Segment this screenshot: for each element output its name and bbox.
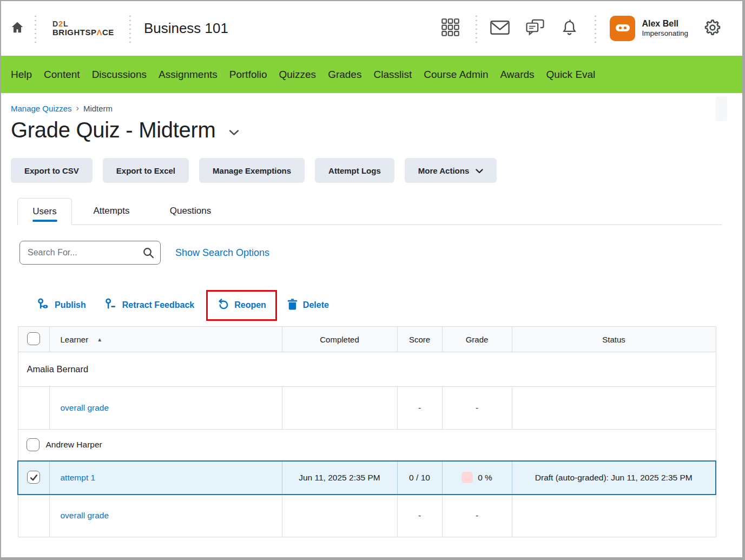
user-name: Alex Bell (642, 18, 688, 29)
score-cell: - (397, 495, 442, 537)
grade-cell: - (442, 495, 512, 537)
reopen-highlight-box: Reopen (206, 290, 277, 321)
title-dropdown-button[interactable] (229, 128, 239, 138)
learner-group-row: Amalia Bernard (18, 352, 716, 387)
column-learner: Learner ▲ (49, 327, 282, 352)
attempt-checkbox-checked[interactable] (27, 471, 40, 484)
divider-dots (595, 14, 596, 43)
reopen-undo-icon (217, 298, 229, 313)
home-button[interactable] (10, 21, 24, 37)
breadcrumb: Manage Quizzes › Midterm (11, 103, 742, 113)
search-input[interactable] (19, 241, 161, 265)
overall-grade-link[interactable]: overall grade (61, 403, 109, 412)
overall-grade-row: overall grade - - (18, 495, 716, 537)
breadcrumb-current: Midterm (83, 104, 113, 113)
top-bar: D2L BRIGHTSPΛCE Business 101 (1, 1, 742, 56)
nav-portfolio[interactable]: Portfolio (223, 69, 273, 81)
manage-exemptions-button[interactable]: Manage Exemptions (199, 158, 305, 183)
trash-icon (287, 298, 298, 313)
overall-grade-row: overall grade - - (18, 387, 716, 430)
publish-button[interactable]: Publish (37, 298, 86, 313)
breadcrumb-manage-quizzes[interactable]: Manage Quizzes (11, 104, 72, 113)
course-title: Business 101 (144, 20, 228, 37)
d2l-wordmark: D2L (52, 20, 114, 28)
delete-button[interactable]: Delete (287, 298, 329, 313)
sort-by-learner[interactable]: Learner ▲ (61, 335, 103, 344)
messages-button[interactable] (490, 20, 510, 37)
score-cell: - (397, 387, 442, 430)
scrollbar-thumb[interactable] (715, 96, 727, 121)
score-cell: 0 / 10 (397, 461, 442, 495)
user-avatar[interactable] (610, 16, 635, 41)
bulk-actions: Publish Retract Feedback Reopen (21, 289, 742, 321)
settings-button[interactable] (703, 18, 722, 39)
more-actions-button[interactable]: More Actions (405, 158, 497, 183)
nav-content[interactable]: Content (38, 69, 86, 81)
learner-name: Amalia Bernard (18, 352, 716, 387)
breadcrumb-separator: › (76, 103, 79, 113)
attempt-link[interactable]: attempt 1 (61, 473, 96, 482)
publish-key-eye-icon (37, 298, 50, 313)
tab-attempts[interactable]: Attempts (72, 197, 151, 225)
overall-grade-link[interactable]: overall grade (61, 511, 109, 520)
nav-quick-eval[interactable]: Quick Eval (540, 69, 602, 81)
tab-questions[interactable]: Questions (151, 197, 230, 225)
grade-cell: 0 % (442, 461, 512, 495)
column-grade: Grade (442, 327, 512, 352)
brightspace-logo[interactable]: D2L BRIGHTSPΛCE (52, 20, 114, 36)
column-completed: Completed (282, 327, 397, 352)
divider-dots (476, 14, 477, 43)
mail-icon (490, 20, 510, 37)
table-header-row: Learner ▲ Completed Score Grade Status (18, 327, 716, 352)
course-navbar: Help Content Discussions Assignments Por… (1, 56, 742, 93)
chevron-down-icon (476, 166, 483, 175)
chat-button[interactable] (526, 19, 544, 38)
learner-group-row: Andrew Harper (18, 430, 716, 461)
toolbar: Export to CSV Export to Excel Manage Exe… (11, 158, 742, 183)
status-cell: Draft (auto-graded): Jun 11, 2025 2:35 P… (512, 461, 716, 495)
nav-classlist[interactable]: Classlist (367, 69, 418, 81)
grid-icon (441, 18, 459, 38)
grade-cell: - (442, 387, 512, 430)
home-icon (10, 21, 24, 37)
nav-quizzes[interactable]: Quizzes (273, 69, 322, 81)
attempt-row-selected: attempt 1 Jun 11, 2025 2:35 PM 0 / 10 0 … (18, 461, 716, 495)
learner-checkbox[interactable] (27, 438, 39, 451)
chat-icon (526, 19, 544, 38)
chevron-down-icon (229, 128, 239, 137)
nav-assignments[interactable]: Assignments (153, 69, 223, 81)
retract-key-minus-icon (104, 298, 117, 313)
nav-grades[interactable]: Grades (322, 69, 367, 81)
reopen-button[interactable]: Reopen (217, 298, 266, 313)
main-content: Manage Quizzes › Midterm Grade Quiz - Mi… (1, 103, 742, 537)
app-grid-button[interactable] (441, 18, 459, 38)
column-status: Status (512, 327, 716, 352)
user-status: Impersonating (642, 29, 688, 38)
divider-dots (35, 14, 36, 43)
learner-name: Andrew Harper (46, 440, 102, 450)
nav-course-admin[interactable]: Course Admin (418, 69, 494, 81)
page-title: Grade Quiz - Midterm (11, 118, 216, 142)
divider-dots (129, 14, 131, 43)
select-all-checkbox[interactable] (27, 332, 40, 345)
select-all-cell (18, 327, 49, 352)
users-table: Learner ▲ Completed Score Grade Status A… (17, 326, 716, 537)
search-icon[interactable] (142, 247, 155, 261)
grade-indicator-icon (461, 472, 473, 483)
show-search-options-link[interactable]: Show Search Options (175, 247, 269, 259)
attempt-logs-button[interactable]: Attempt Logs (315, 158, 394, 183)
gear-icon (703, 18, 722, 39)
impersonation-mask-icon (614, 20, 631, 37)
retract-feedback-button[interactable]: Retract Feedback (104, 298, 194, 313)
brightspace-wordmark: BRIGHTSPΛCE (52, 28, 114, 37)
export-excel-button[interactable]: Export to Excel (103, 158, 189, 183)
column-score: Score (397, 327, 442, 352)
nav-help[interactable]: Help (5, 69, 38, 81)
nav-discussions[interactable]: Discussions (86, 69, 153, 81)
user-info[interactable]: Alex Bell Impersonating (642, 18, 688, 38)
export-csv-button[interactable]: Export to CSV (11, 158, 93, 183)
tab-users[interactable]: Users (17, 198, 72, 225)
notifications-button[interactable] (561, 18, 578, 38)
tab-bar: Users Attempts Questions (17, 197, 722, 225)
nav-awards[interactable]: Awards (495, 69, 540, 81)
